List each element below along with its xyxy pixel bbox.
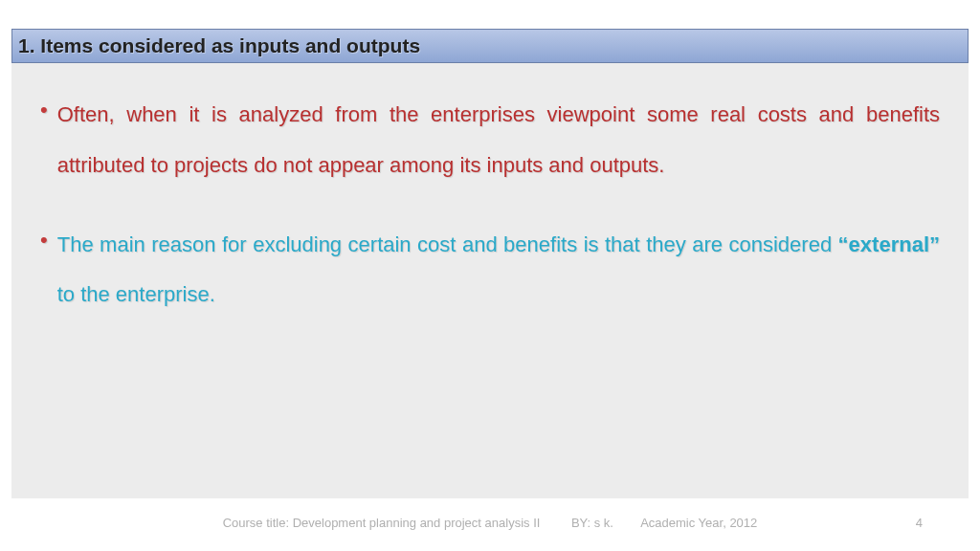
footer-year: Academic Year, 2012 [640,516,757,530]
slide-body: • Often, when it is analyzed from the en… [11,63,969,498]
bullet-item: • Often, when it is analyzed from the en… [40,90,940,191]
bullet-item: • The main reason for excluding certain … [40,220,940,321]
bullet-text: The main reason for excluding certain co… [57,220,940,321]
slide: 1. Items considered as inputs and output… [0,0,980,551]
bullet-marker-icon: • [40,93,48,126]
slide-footer: Course title: Development planning and p… [0,511,980,534]
bullet-text: Often, when it is analyzed from the ente… [57,90,940,191]
title-bar: 1. Items considered as inputs and output… [11,29,969,63]
footer-center: Course title: Development planning and p… [0,516,980,530]
footer-page-number: 4 [916,516,923,530]
footer-course: Course title: Development planning and p… [223,516,541,530]
bullet-suffix: to the enterprise. [57,282,215,306]
footer-by: BY: s k. [571,516,613,530]
bullet-prefix: The main reason for excluding certain co… [57,232,838,256]
bullet-bold: “external” [838,232,940,256]
bullet-marker-icon: • [40,223,48,256]
slide-title: 1. Items considered as inputs and output… [18,34,420,57]
